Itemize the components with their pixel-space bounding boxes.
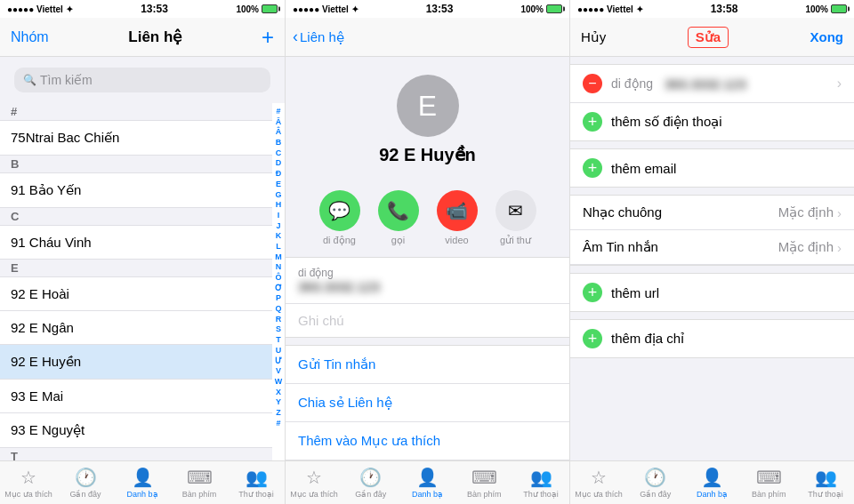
save-edit-button[interactable]: Sửa — [688, 27, 729, 48]
tab-voicemail-3[interactable]: 👥 Thư thoại — [797, 467, 854, 499]
tab-voicemail-1[interactable]: 👥 Thư thoại — [228, 467, 285, 499]
add-phone-button[interactable]: + — [583, 112, 602, 132]
nav-groups-button[interactable]: Nhóm — [11, 29, 49, 45]
battery-icon-3 — [831, 4, 847, 13]
section-t: T — [0, 448, 272, 460]
tab-keypad-2[interactable]: ⌨ Bàn phím — [455, 467, 512, 499]
star-icon: ☆ — [20, 467, 36, 488]
message-action[interactable]: 💬 di động — [319, 190, 360, 246]
tab-voicemail-2[interactable]: 👥 Thư thoại — [512, 467, 569, 499]
nav-bar-3: Hủy Sửa Xong — [570, 18, 854, 57]
tab-label: Danh bạ — [126, 490, 157, 499]
keypad-icon: ⌨ — [187, 467, 213, 488]
battery-text-1: 100% — [236, 4, 259, 14]
done-button[interactable]: Xong — [810, 29, 843, 44]
tab-label: Mục ưa thích — [4, 490, 52, 499]
alphabetical-index[interactable]: # Ă Â B C D Đ E G H I J K L M N Ô Ơ P Q … — [272, 103, 285, 460]
avatar-section: E 92 E Huyền — [286, 57, 569, 180]
list-item[interactable]: 93 E Nguyệt — [0, 413, 272, 448]
video-icon: 📹 — [437, 190, 478, 231]
send-message-button[interactable]: Gửi Tin nhắn — [286, 346, 569, 384]
message-label: di động — [323, 235, 356, 246]
list-item[interactable]: 92 E Hoài — [0, 277, 272, 311]
tab-favorites-1[interactable]: ☆ Mục ưa thích — [0, 467, 57, 499]
email-edit-card: + thêm email — [570, 148, 854, 188]
add-address-row[interactable]: + thêm địa chỉ — [570, 320, 854, 357]
contacts-main: # 75Ntrai Bac Chiến B 91 Bảo Yến C 91 Ch… — [0, 103, 272, 460]
mail-action[interactable]: ✉ gửi thư — [495, 190, 536, 246]
add-email-row[interactable]: + thêm email — [570, 149, 854, 187]
cancel-button[interactable]: Hủy — [581, 29, 606, 45]
ringtone-value-text: Mặc định — [778, 204, 834, 220]
avatar: E — [397, 75, 459, 137]
contact-name: 92 E Huyền — [379, 144, 476, 165]
tab-contacts-2[interactable]: 👤 Danh bạ — [399, 467, 456, 499]
tab-keypad-1[interactable]: ⌨ Bàn phím — [171, 467, 228, 499]
tab-label: Mục ưa thích — [575, 490, 623, 499]
section-hash: # — [0, 103, 272, 121]
tab-label: Bàn phím — [467, 490, 502, 499]
back-button[interactable]: ‹ Liên hệ — [293, 28, 344, 46]
note-row[interactable]: Ghi chú — [286, 304, 569, 337]
tab-recents-1[interactable]: 🕐 Gần đây — [57, 467, 114, 499]
battery-text-2: 100% — [520, 4, 544, 14]
phone-label: di động — [298, 267, 557, 279]
list-item[interactable]: 75Ntrai Bac Chiến — [0, 121, 272, 156]
ringtone-row[interactable]: Nhạc chuông Mặc định › — [570, 196, 854, 230]
list-item[interactable]: 91 Cháu Vinh — [0, 226, 272, 260]
tab-recents-3[interactable]: 🕐 Gần đây — [627, 467, 684, 499]
phone-value[interactable]: 393.3332.123 — [298, 279, 557, 294]
time-3: 13:58 — [711, 3, 738, 15]
add-address-button[interactable]: + — [583, 329, 602, 348]
add-url-button[interactable]: + — [583, 283, 602, 302]
call-icon: 📞 — [378, 190, 419, 231]
keypad-icon: ⌨ — [756, 467, 782, 488]
person-icon: 👤 — [416, 467, 439, 488]
message-sound-row[interactable]: Âm Tin nhắn Mặc định › — [570, 230, 854, 265]
nav-add-contact-button[interactable]: + — [262, 27, 274, 48]
search-bar[interactable]: 🔍 Tìm kiếm — [14, 68, 270, 92]
call-action[interactable]: 📞 gọi — [378, 190, 419, 246]
carrier-1: ●●●●● Viettel ✦ — [7, 4, 73, 14]
add-phone-row[interactable]: + thêm số điện thoại — [570, 103, 854, 140]
note-placeholder: Ghi chú — [298, 313, 557, 328]
action-menu: Gửi Tin nhắn Chia sẻ Liên hệ Thêm vào Mụ… — [286, 345, 569, 460]
tab-bar-1: ☆ Mục ưa thích 🕐 Gần đây 👤 Danh bạ ⌨ Bàn… — [0, 460, 285, 504]
add-email-button[interactable]: + — [583, 158, 602, 178]
tab-recents-2[interactable]: 🕐 Gần đây — [342, 467, 399, 499]
battery-icon-1 — [262, 4, 278, 13]
tab-contacts-1[interactable]: 👤 Danh bạ — [114, 467, 171, 499]
message-sound-value: Mặc định › — [778, 239, 842, 255]
message-chevron-icon: › — [837, 240, 842, 255]
tab-favorites-2[interactable]: ☆ Mục ưa thích — [286, 467, 342, 499]
add-email-label: thêm email — [611, 161, 676, 176]
add-favorite-button[interactable]: Thêm vào Mục ưa thích — [286, 422, 569, 460]
video-action[interactable]: 📹 video — [437, 190, 478, 246]
add-url-row[interactable]: + thêm url — [570, 274, 854, 311]
tab-contacts-3[interactable]: 👤 Danh bạ — [684, 467, 741, 499]
add-url-label: thêm url — [611, 285, 659, 300]
tab-favorites-3[interactable]: ☆ Mục ưa thích — [570, 467, 627, 499]
list-item[interactable]: 91 Bảo Yến — [0, 173, 272, 208]
contacts-list-panel: ●●●●● Viettel ✦ 13:53 100% Nhóm Liên hệ … — [0, 0, 285, 504]
remove-phone-button[interactable]: − — [583, 74, 602, 93]
list-item[interactable]: 93 E Mai — [0, 380, 272, 413]
carrier-2: ●●●●● Viettel ✦ — [293, 4, 359, 14]
edit-contact-panel: ●●●●● Viettel ✦ 13:58 100% Hủy Sửa Xong … — [569, 0, 854, 504]
list-item[interactable]: 92 E Huyền — [0, 345, 272, 380]
search-placeholder: Tìm kiếm — [40, 73, 93, 87]
phone-field-value[interactable]: 393.3332.123 — [665, 76, 828, 92]
status-bar-1: ●●●●● Viettel ✦ 13:53 100% — [0, 0, 285, 18]
share-contact-button[interactable]: Chia sẻ Liên hệ — [286, 384, 569, 422]
video-label: video — [445, 235, 468, 245]
tab-label: Gần đây — [640, 490, 671, 499]
carrier-3: ●●●●● Viettel ✦ — [577, 4, 643, 14]
tab-bar-3: ☆ Mục ưa thích 🕐 Gần đây 👤 Danh bạ ⌨ Bàn… — [570, 460, 854, 504]
list-item[interactable]: 92 E Ngân — [0, 311, 272, 345]
tab-keypad-3[interactable]: ⌨ Bàn phím — [740, 467, 797, 499]
mail-label: gửi thư — [500, 235, 531, 246]
url-edit-card: + thêm url — [570, 273, 854, 312]
voicemail-icon: 👥 — [246, 467, 268, 488]
time-1: 13:53 — [141, 3, 168, 15]
tab-label: Thư thoại — [808, 490, 843, 499]
